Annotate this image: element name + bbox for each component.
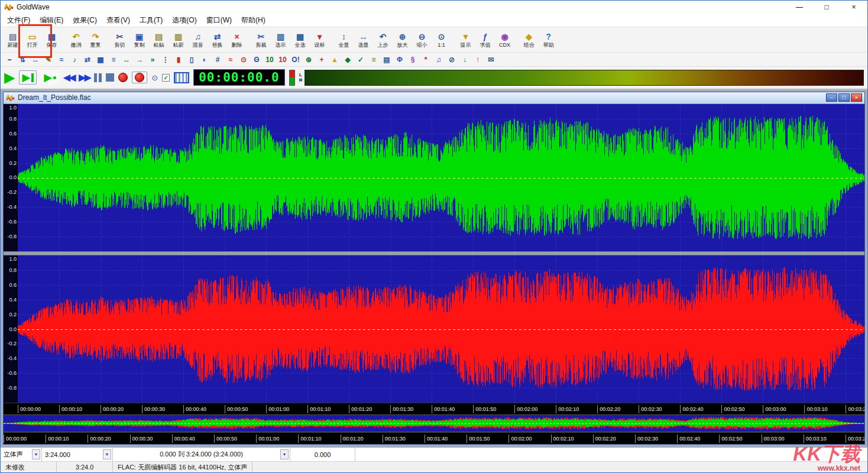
stop-button[interactable] <box>106 73 114 82</box>
record-selection-button[interactable] <box>132 72 147 83</box>
arrow-right-icon[interactable]: → <box>133 54 146 66</box>
document-maximize-button[interactable]: □ <box>838 93 850 102</box>
paste-button[interactable]: ▤粘贴 <box>149 28 169 51</box>
down-icon[interactable]: ↓ <box>458 54 471 66</box>
control-icon[interactable]: ⇅ <box>16 54 29 66</box>
open-button[interactable]: ▭打开 <box>22 28 42 51</box>
channel-separator[interactable] <box>4 251 864 255</box>
ten-red-icon[interactable]: 10 <box>276 54 289 66</box>
zoom-1-1-button[interactable]: ⊙1:1 <box>432 28 451 51</box>
hint-button[interactable]: ▼提示 <box>456 28 475 51</box>
target-icon[interactable]: ⊙ <box>237 54 250 66</box>
bar-icon[interactable]: ▮ <box>172 54 185 66</box>
trim-button[interactable]: ✂剪裁 <box>251 28 271 51</box>
help-button[interactable]: ?帮助 <box>539 28 558 51</box>
amplitude-ruler-left-channel[interactable]: 1.00.80.60.40.20.0-0.2-0.4-0.6-0.8 <box>4 104 18 251</box>
speaker-icon[interactable]: ♫ <box>432 54 445 66</box>
channel-mode-dropdown[interactable]: ▼ <box>32 449 40 459</box>
play-selection-button[interactable]: ▶ <box>19 70 37 85</box>
cut-button[interactable]: ✂剪切 <box>110 28 129 51</box>
save-button[interactable]: ▦保存 <box>42 28 61 51</box>
visual-display-button[interactable] <box>174 72 189 83</box>
star-icon[interactable]: * <box>419 54 432 66</box>
diamond-icon[interactable]: ◆ <box>341 54 354 66</box>
matrix-icon[interactable]: ▦ <box>94 54 107 66</box>
left-channel-waveform[interactable] <box>18 104 864 251</box>
menu-help[interactable]: 帮助(H) <box>237 14 270 27</box>
overview-strip[interactable] <box>4 414 864 432</box>
slash-circle-icon[interactable]: ⊘ <box>445 54 458 66</box>
rewind-button[interactable]: ◀◀ <box>63 72 75 83</box>
fast-forward-button[interactable]: ▶▶ <box>79 72 90 83</box>
document-close-button[interactable]: × <box>851 93 862 102</box>
select-view-button[interactable]: ▥选示 <box>271 28 290 51</box>
overview-waveform[interactable] <box>4 415 864 432</box>
note-icon[interactable]: ♪ <box>68 54 81 66</box>
new-button[interactable]: ▤新建 <box>3 28 22 51</box>
plus-circle-icon[interactable]: ⊕ <box>302 54 315 66</box>
draw-tool-icon[interactable]: ✎ <box>42 54 55 66</box>
evaluate-button[interactable]: ƒ求值 <box>475 28 495 51</box>
menu-effects[interactable]: 效果(C) <box>68 14 102 27</box>
pause-button[interactable] <box>94 73 102 82</box>
right-channel-waveform[interactable] <box>18 255 864 403</box>
previous-zoom-button[interactable]: ↶上步 <box>373 28 393 51</box>
properties-icon[interactable]: − <box>3 54 16 66</box>
levels-icon[interactable]: ≡ <box>367 54 380 66</box>
menu-options[interactable]: 选项(O) <box>167 14 201 27</box>
cross-icon[interactable]: + <box>315 54 328 66</box>
exclaim-icon[interactable]: O! <box>289 54 302 66</box>
ten-icon[interactable]: 10 <box>263 54 276 66</box>
menu-file[interactable]: 文件(F) <box>2 14 35 27</box>
section-icon[interactable]: § <box>406 54 419 66</box>
selection-range-dropdown[interactable]: ▼ <box>280 449 289 459</box>
show-all-button[interactable]: ↕全显 <box>334 28 354 51</box>
document-title-bar[interactable]: Dream_It_Possible.flac – □ × <box>4 92 864 104</box>
up-icon[interactable]: ↑ <box>471 54 484 66</box>
umbrella-icon[interactable]: ▲ <box>328 54 341 66</box>
set-marker-button[interactable]: ▾设标 <box>310 28 329 51</box>
grid-icon[interactable]: # <box>211 54 224 66</box>
cdx-button[interactable]: ◉CDX <box>495 28 514 51</box>
move-icon[interactable]: ↔ <box>29 54 42 66</box>
sine-icon[interactable]: ≈ <box>224 54 237 66</box>
overview-time-axis[interactable]: 00:00:0000:00:1000:00:2000:00:3000:00:40… <box>4 432 864 444</box>
menu-tools[interactable]: 工具(T) <box>135 14 167 27</box>
undo-button[interactable]: ↶撤消 <box>66 28 86 51</box>
zoom-out-button[interactable]: ⊖缩小 <box>412 28 432 51</box>
play-fast-button[interactable]: ▶ <box>41 70 59 85</box>
paste-new-button[interactable]: ▥粘新 <box>169 28 188 51</box>
menu-edit[interactable]: 编辑(E) <box>35 14 68 27</box>
contrast-icon[interactable]: ◐ <box>198 54 211 66</box>
maximize-button[interactable]: □ <box>813 1 840 14</box>
mix-button[interactable]: ♫混音 <box>188 28 208 51</box>
minimize-button[interactable]: — <box>786 1 813 14</box>
play-button[interactable]: ▶ <box>4 70 15 85</box>
list-icon[interactable]: ≡ <box>107 54 120 66</box>
frame-icon[interactable]: ▯ <box>185 54 198 66</box>
show-selection-button[interactable]: ↔选显 <box>354 28 373 51</box>
total-length-dropdown[interactable]: ▼ <box>103 449 111 459</box>
monitor-checkbox[interactable]: ✓ <box>162 74 170 82</box>
wave-icon[interactable]: ≈ <box>55 54 68 66</box>
check-icon[interactable]: ✓ <box>354 54 367 66</box>
menu-view[interactable]: 查看(V) <box>102 14 135 27</box>
gear-icon[interactable]: Φ <box>393 54 406 66</box>
menu-window[interactable]: 窗口(W) <box>202 14 237 27</box>
amplitude-ruler-right-channel[interactable]: 1.00.80.60.40.20.0-0.2-0.4-0.6-0.8 <box>4 255 18 403</box>
select-all-button[interactable]: ▩全选 <box>290 28 310 51</box>
group-button[interactable]: ◆组合 <box>519 28 539 51</box>
time-axis[interactable]: 00:00:0000:00:1000:00:2000:00:3000:00:40… <box>4 403 864 414</box>
zoom-in-button[interactable]: ⊕放大 <box>393 28 412 51</box>
rows-icon[interactable]: ▤ <box>380 54 393 66</box>
swap-channels-icon[interactable]: ⇄ <box>81 54 94 66</box>
redo-button[interactable]: ↷重复 <box>86 28 105 51</box>
dots-icon[interactable]: ⋮ <box>159 54 172 66</box>
close-button[interactable]: × <box>840 1 867 14</box>
delete-button[interactable]: ×删除 <box>227 28 247 51</box>
document-minimize-button[interactable]: – <box>826 93 837 102</box>
copy-button[interactable]: ▣复制 <box>129 28 149 51</box>
theta-icon[interactable]: Θ <box>250 54 263 66</box>
record-button[interactable] <box>118 73 128 82</box>
double-arrow-icon[interactable]: » <box>146 54 159 66</box>
